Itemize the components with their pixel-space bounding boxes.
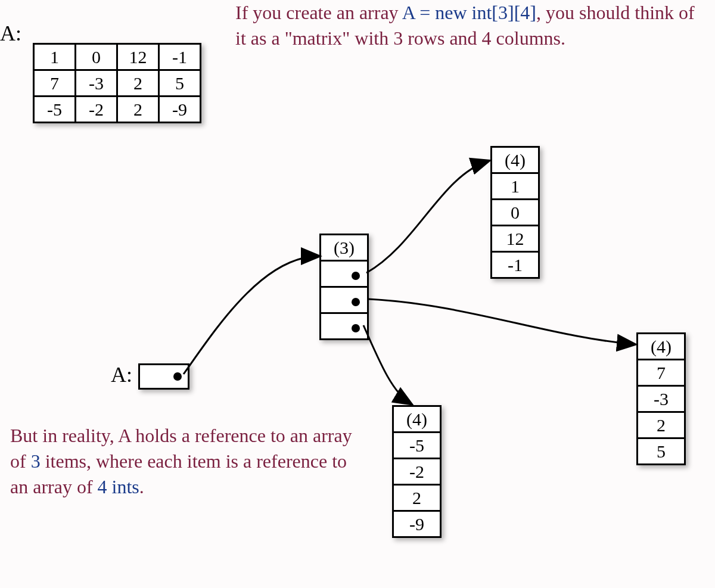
matrix-cell: -2 xyxy=(76,97,117,123)
text-segment: . xyxy=(139,476,144,497)
matrix-cell: 12 xyxy=(117,44,159,70)
label-a-top: A: xyxy=(0,21,21,46)
pointer-dot xyxy=(173,372,182,381)
matrix-cell: 2 xyxy=(117,97,159,123)
array-cell: 0 xyxy=(492,200,539,226)
array-header: (4) xyxy=(638,334,685,360)
matrix-cell: -3 xyxy=(76,70,117,97)
explanation-top: If you create an array A = new int[3][4]… xyxy=(235,0,706,51)
inner-array-2: (4) 7 -3 2 5 xyxy=(636,332,686,465)
array-pointer-cell xyxy=(321,287,368,313)
explanation-bottom: But in reality, A holds a reference to a… xyxy=(10,423,368,500)
text-segment: If you create an array xyxy=(235,2,402,23)
pointer-dot xyxy=(352,324,360,332)
text-segment: items, where each item is a reference to… xyxy=(10,450,347,497)
code-number: 3 xyxy=(31,450,41,472)
array-header: (4) xyxy=(393,406,441,433)
matrix-cell: -9 xyxy=(159,97,201,123)
array-cell: 7 xyxy=(638,360,685,386)
outer-array: (3) xyxy=(319,234,369,340)
matrix-cell: -1 xyxy=(159,44,201,70)
matrix-cell: 7 xyxy=(34,70,76,97)
inner-array-0: (4) 1 0 12 -1 xyxy=(490,146,540,279)
array-header: (3) xyxy=(321,235,368,261)
array-cell: -2 xyxy=(393,459,441,485)
array-pointer-cell xyxy=(321,313,368,340)
array-cell: -3 xyxy=(638,386,685,412)
matrix-cell: 2 xyxy=(117,70,159,97)
array-pointer-cell xyxy=(321,261,368,287)
array-cell: -5 xyxy=(393,433,441,459)
variable-a-box xyxy=(138,363,189,390)
array-cell: 2 xyxy=(638,412,685,438)
pointer-dot xyxy=(352,272,360,280)
array-cell: 2 xyxy=(393,485,441,511)
array-cell: 1 xyxy=(492,173,539,200)
matrix-table: 1 0 12 -1 7 -3 2 5 -5 -2 2 -9 xyxy=(33,43,201,123)
matrix-cell: -5 xyxy=(34,97,76,123)
code-expression: A = new int[3][4] xyxy=(402,2,536,23)
pointer-dot xyxy=(352,298,360,306)
array-cell: 12 xyxy=(492,226,539,252)
array-header: (4) xyxy=(492,147,539,173)
array-cell: -9 xyxy=(393,511,441,537)
array-cell: 5 xyxy=(638,438,685,465)
code-number: 4 ints xyxy=(98,476,139,497)
label-a-bottom: A: xyxy=(111,362,132,387)
inner-array-1: (4) -5 -2 2 -9 xyxy=(392,405,442,538)
matrix-cell: 0 xyxy=(76,44,117,70)
array-cell: -1 xyxy=(492,252,539,278)
matrix-cell: 5 xyxy=(159,70,201,97)
matrix-cell: 1 xyxy=(34,44,76,70)
